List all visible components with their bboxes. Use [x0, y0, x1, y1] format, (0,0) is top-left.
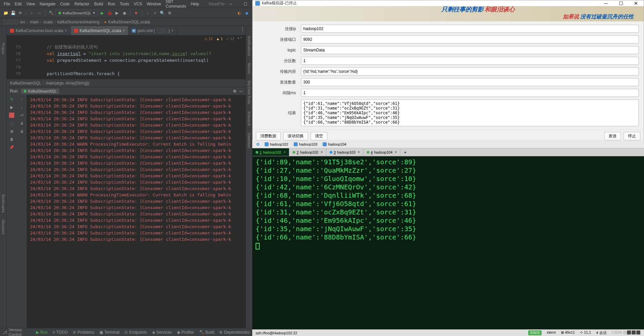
hide-icon[interactable]: ─: [239, 89, 242, 94]
partitions-input[interactable]: [301, 57, 639, 65]
sb-deps[interactable]: ⊕ Dependencies: [219, 330, 250, 335]
warnings-badge[interactable]: ▲ 1: [216, 37, 223, 41]
avatar-icon[interactable]: ◐: [236, 10, 242, 16]
run-config-select[interactable]: KafkaStreamSQL ▾: [55, 10, 98, 16]
bookmarks-tool[interactable]: Bookmarks: [1, 194, 5, 213]
stop-icon[interactable]: ■: [133, 10, 139, 16]
profile-icon[interactable]: ◉: [121, 10, 127, 16]
nav-class[interactable]: KafkaStreamSQL: [10, 81, 41, 86]
clear-button[interactable]: 清空: [311, 132, 327, 140]
database-tool[interactable]: Database: [247, 133, 251, 148]
close-tab-icon[interactable]: ×: [321, 150, 323, 154]
stop-icon[interactable]: [9, 113, 14, 118]
close-icon[interactable]: ✕: [631, 1, 641, 6]
maven-tool[interactable]: Maven: [247, 63, 251, 74]
term-tab-1[interactable]: 1 hadoop102×: [252, 148, 289, 156]
structure-nav[interactable]: KafkaStreamSQL› main(args: Array[String]…: [7, 79, 246, 87]
bc-scala[interactable]: scala: [43, 20, 53, 24]
result-textarea[interactable]: {"id":61,"name":"Vfj6O58qtd","sorce":61}…: [301, 100, 639, 126]
maximize-icon[interactable]: ☐: [616, 1, 626, 6]
bc-pkg[interactable]: kafkaStucturestreaming: [57, 20, 99, 24]
play-icon[interactable]: ▶: [99, 10, 105, 16]
gear-icon[interactable]: ⚙: [233, 89, 237, 94]
scroll-button[interactable]: 滚动切换: [283, 132, 308, 140]
sb-problems[interactable]: ⊘ Problems: [73, 330, 94, 335]
down-icon[interactable]: ↓: [19, 105, 24, 110]
ip-input[interactable]: [301, 25, 639, 33]
run-icon[interactable]: ▶: [9, 105, 14, 110]
run-tab[interactable]: KafkaStreamSQL: [21, 89, 59, 94]
send-button[interactable]: 发送: [604, 132, 621, 140]
port-input[interactable]: [301, 35, 639, 43]
pin-icon[interactable]: 📌: [9, 145, 14, 150]
bc-file[interactable]: KafkaStreamSQL.scala: [108, 20, 150, 24]
back-icon[interactable]: ←: [29, 10, 35, 16]
add-tab-icon[interactable]: +: [400, 150, 410, 155]
console-output[interactable]: 24/03/14 20:36:24 INFO SubscriptionState…: [27, 95, 246, 328]
term-tab-4[interactable]: 4 hadoop104×: [363, 148, 400, 156]
settings-icon[interactable]: ⚙: [167, 10, 173, 16]
topic-input[interactable]: [301, 46, 639, 54]
project-tool[interactable]: Project: [1, 43, 5, 54]
close-tab-icon[interactable]: ×: [395, 150, 397, 154]
host-hadoop102[interactable]: hadoop102: [262, 142, 291, 147]
menu-refactor[interactable]: Refactor: [72, 2, 92, 6]
bigdata-tool[interactable]: Big Data Tools: [247, 80, 251, 104]
stop-button[interactable]: 停止: [624, 132, 640, 140]
open-icon[interactable]: 📁: [3, 10, 9, 16]
maximize-icon[interactable]: ☐: [241, 2, 250, 6]
term-tab-3[interactable]: 3 hadoop103×: [326, 148, 363, 156]
debug-icon[interactable]: 🐞: [107, 10, 113, 16]
save-icon[interactable]: 💾: [10, 10, 16, 16]
vcs-update-icon[interactable]: ↓: [145, 10, 151, 16]
term-tab-2[interactable]: 2 hadoop102×: [289, 148, 326, 156]
up-icon[interactable]: ↑: [19, 97, 24, 102]
scroll-icon[interactable]: ⇊: [19, 121, 24, 126]
count-input[interactable]: [301, 78, 639, 86]
menu-run[interactable]: Run: [105, 2, 117, 6]
terminal-output[interactable]: {'id':89,'name':'91T5j38se2','sorce':89}…: [252, 156, 644, 329]
sb-endpoints[interactable]: ⊙ Endpoints: [124, 330, 147, 335]
code-editor[interactable]: 75 76 77 78 79 // 创建预编译的插入语句 val inserts…: [7, 42, 246, 79]
content-input[interactable]: [301, 67, 639, 75]
close-tab-icon[interactable]: ×: [65, 29, 67, 32]
sb-build[interactable]: 🔨 Build: [199, 330, 215, 335]
sb-services[interactable]: ◈ Services: [152, 330, 172, 335]
menu-build[interactable]: Build: [92, 2, 105, 6]
layout-icon[interactable]: ⊞: [9, 129, 14, 134]
tab-menu-icon[interactable]: ⋮: [240, 26, 246, 32]
tab-kafkaconsumerjson[interactable]: KafkaConsumerJson.scala×: [7, 26, 71, 35]
bc-main[interactable]: main: [30, 20, 39, 24]
menu-file[interactable]: File: [1, 2, 12, 6]
errors-badge[interactable]: ⚠ 12: [204, 37, 213, 41]
host-hadoop103[interactable]: hadoop103: [291, 142, 320, 147]
search-icon[interactable]: 🔍: [159, 10, 166, 16]
jclasslib-tool[interactable]: JclassLib: [247, 111, 251, 126]
consume-button[interactable]: 消费数据: [256, 132, 281, 140]
tab-kafkastreamsql[interactable]: KafkaStreamSQL.scala×: [71, 26, 129, 35]
sync-icon[interactable]: ⟳: [17, 10, 23, 16]
minimize-icon[interactable]: ─: [601, 1, 611, 6]
nav-method[interactable]: main(args: Array[String]): [46, 81, 89, 86]
menu-help[interactable]: Help: [189, 2, 202, 6]
ide-breadcrumb[interactable]: ⬛⬛⬛ src› main› scala› kafkaStucturestrea…: [0, 18, 252, 26]
menu-code[interactable]: Code: [58, 2, 72, 6]
structure-tool[interactable]: Structure: [1, 219, 5, 234]
interval-input[interactable]: [301, 89, 639, 97]
exit-icon[interactable]: ⬚: [9, 121, 14, 126]
close-tab-icon[interactable]: ×: [123, 29, 125, 32]
close-tab-icon[interactable]: ×: [358, 150, 360, 154]
menu-view[interactable]: View: [24, 2, 37, 6]
trash-icon[interactable]: 🗑: [9, 137, 14, 142]
wrap-icon[interactable]: ⏎: [19, 113, 24, 118]
inspection-bar[interactable]: ⚠ 12 ▲ 1 ✓ 12 ^ ˅: [7, 35, 246, 42]
bc-src[interactable]: src: [20, 20, 25, 24]
hammer-icon[interactable]: 🔨: [48, 10, 54, 16]
coverage-icon[interactable]: ▶: [114, 10, 120, 16]
host-hadoop104[interactable]: hadoop104: [320, 142, 349, 147]
menu-sbt[interactable]: SBT Commands: [163, 0, 188, 9]
minimize-icon[interactable]: ─: [227, 2, 235, 6]
menu-window[interactable]: Window: [144, 2, 164, 6]
vcs-commit-icon[interactable]: ✓: [152, 10, 158, 16]
sb-terminal[interactable]: ▣ Terminal: [99, 330, 119, 335]
